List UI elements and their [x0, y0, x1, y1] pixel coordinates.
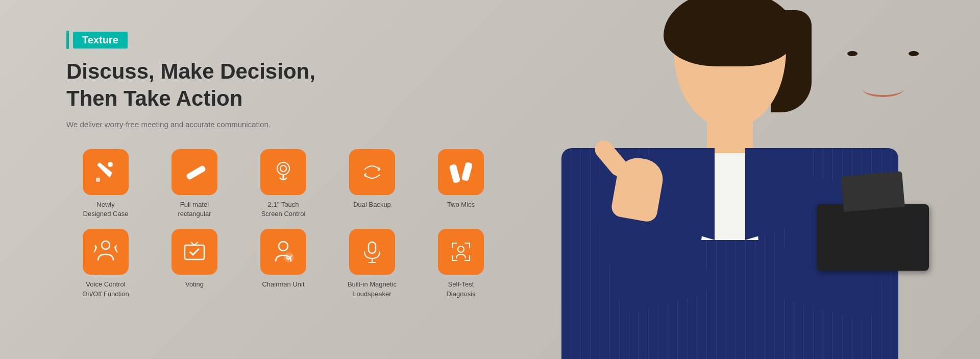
- feature-voting: Voting: [155, 229, 234, 298]
- page-wrapper: Texture Discuss, Make Decision, Then Tak…: [0, 0, 980, 359]
- feature-label-voting: Voting: [185, 280, 204, 289]
- feature-chairman-unit: Chairman Unit: [244, 229, 323, 298]
- feature-icon-chairman-unit: [260, 229, 306, 275]
- features-grid: NewlyDesigned Case Full matelrectangular: [66, 149, 500, 299]
- person-figure: [521, 0, 954, 359]
- heading-line2: Then Take Action: [66, 85, 510, 112]
- feature-icon-voting: [172, 229, 217, 275]
- svg-point-0: [108, 162, 113, 167]
- feature-label-loudspeaker: Built-in MagneticLoudspeaker: [348, 280, 397, 298]
- person-hair: [664, 0, 796, 66]
- feature-touch-screen: 2.1" TouchScreen Control: [244, 149, 323, 219]
- sub-description: We deliver worry-free meeting and accura…: [66, 120, 510, 129]
- feature-label-self-test: Self-Test Diagnosis: [433, 280, 489, 298]
- feature-label-newly-designed-case: NewlyDesigned Case: [83, 200, 129, 219]
- feature-label-full-matel: Full matelrectangular: [178, 200, 211, 219]
- feature-icon-voice-control: [83, 229, 129, 275]
- feature-icon-two-mics: [438, 149, 484, 195]
- feature-newly-designed-case: NewlyDesigned Case: [66, 149, 145, 219]
- main-heading: Discuss, Make Decision, Then Take Action: [66, 58, 510, 112]
- person-area: [470, 0, 980, 359]
- texture-label: Texture: [73, 32, 128, 49]
- feature-label-two-mics: Two Mics: [447, 200, 475, 209]
- svg-rect-1: [186, 165, 207, 180]
- person-eye-left: [847, 51, 857, 56]
- content-area: Texture Discuss, Make Decision, Then Tak…: [66, 31, 510, 299]
- svg-point-9: [284, 252, 294, 262]
- conference-device: [817, 204, 929, 271]
- svg-rect-4: [449, 164, 461, 183]
- svg-point-11: [458, 246, 464, 252]
- feature-two-mics: Two Mics: [422, 149, 500, 219]
- svg-rect-10: [369, 242, 376, 253]
- person-eye-right: [909, 51, 919, 56]
- feature-icon-dual-backup: [349, 149, 395, 195]
- texture-badge: Texture: [66, 31, 128, 49]
- feature-icon-full-matel: [172, 149, 217, 195]
- feature-icon-loudspeaker: [349, 229, 395, 275]
- feature-voice-control: Voice ControlOn/Off Function: [66, 229, 145, 298]
- feature-loudspeaker: Built-in MagneticLoudspeaker: [333, 229, 411, 298]
- svg-point-8: [279, 242, 288, 251]
- feature-label-voice-control: Voice ControlOn/Off Function: [82, 280, 129, 298]
- feature-self-test: Self-Test Diagnosis: [422, 229, 500, 298]
- heading-line1: Discuss, Make Decision,: [66, 58, 510, 85]
- feature-icon-self-test: [438, 229, 484, 275]
- texture-bar: [66, 31, 69, 49]
- svg-point-3: [280, 165, 286, 172]
- feature-label-touch-screen: 2.1" TouchScreen Control: [261, 200, 306, 219]
- feature-label-dual-backup: Dual Backup: [353, 200, 391, 209]
- feature-dual-backup: Dual Backup: [333, 149, 411, 219]
- feature-label-chairman-unit: Chairman Unit: [262, 280, 304, 289]
- svg-point-2: [277, 162, 289, 175]
- feature-icon-newly-designed-case: [83, 149, 129, 195]
- feature-full-matel: Full matelrectangular: [155, 149, 234, 219]
- person-smile: [863, 82, 903, 97]
- svg-point-6: [102, 241, 110, 249]
- svg-rect-5: [461, 162, 473, 181]
- feature-icon-touch-screen: [260, 149, 306, 195]
